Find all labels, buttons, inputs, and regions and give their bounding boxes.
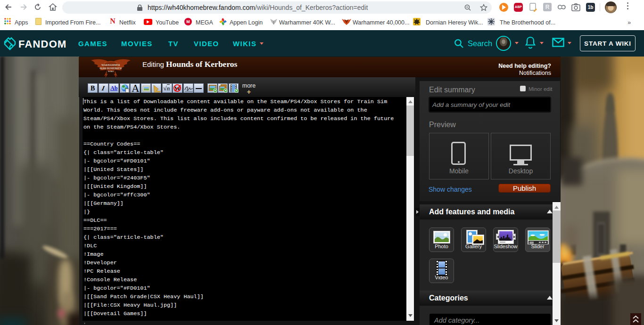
- svg-text:WARHAMMER: WARHAMMER: [101, 64, 121, 66]
- svg-text:40,000 HOMEBREW: 40,000 HOMEBREW: [99, 67, 123, 70]
- svg-text:WIKI: WIKI: [108, 70, 114, 73]
